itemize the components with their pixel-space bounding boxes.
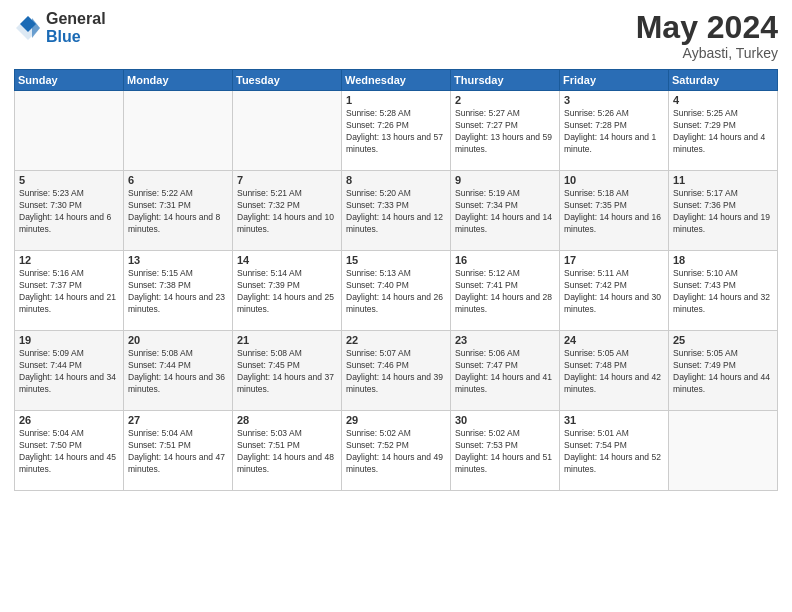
calendar-cell: 2Sunrise: 5:27 AM Sunset: 7:27 PM Daylig…	[451, 91, 560, 171]
day-number: 31	[564, 414, 664, 426]
calendar-cell: 15Sunrise: 5:13 AM Sunset: 7:40 PM Dayli…	[342, 251, 451, 331]
day-info: Sunrise: 5:11 AM Sunset: 7:42 PM Dayligh…	[564, 268, 664, 316]
calendar-cell: 12Sunrise: 5:16 AM Sunset: 7:37 PM Dayli…	[15, 251, 124, 331]
calendar-cell: 30Sunrise: 5:02 AM Sunset: 7:53 PM Dayli…	[451, 411, 560, 491]
calendar-cell: 29Sunrise: 5:02 AM Sunset: 7:52 PM Dayli…	[342, 411, 451, 491]
day-number: 15	[346, 254, 446, 266]
calendar-cell: 3Sunrise: 5:26 AM Sunset: 7:28 PM Daylig…	[560, 91, 669, 171]
logo-text: General Blue	[46, 10, 106, 45]
day-info: Sunrise: 5:08 AM Sunset: 7:44 PM Dayligh…	[128, 348, 228, 396]
day-number: 26	[19, 414, 119, 426]
calendar-week-row: 26Sunrise: 5:04 AM Sunset: 7:50 PM Dayli…	[15, 411, 778, 491]
calendar-cell: 23Sunrise: 5:06 AM Sunset: 7:47 PM Dayli…	[451, 331, 560, 411]
calendar-cell: 8Sunrise: 5:20 AM Sunset: 7:33 PM Daylig…	[342, 171, 451, 251]
day-info: Sunrise: 5:14 AM Sunset: 7:39 PM Dayligh…	[237, 268, 337, 316]
calendar-cell: 4Sunrise: 5:25 AM Sunset: 7:29 PM Daylig…	[669, 91, 778, 171]
day-number: 3	[564, 94, 664, 106]
calendar-header-saturday: Saturday	[669, 70, 778, 91]
logo-blue: Blue	[46, 28, 106, 46]
calendar-cell	[233, 91, 342, 171]
calendar-cell: 5Sunrise: 5:23 AM Sunset: 7:30 PM Daylig…	[15, 171, 124, 251]
day-info: Sunrise: 5:09 AM Sunset: 7:44 PM Dayligh…	[19, 348, 119, 396]
calendar-cell: 7Sunrise: 5:21 AM Sunset: 7:32 PM Daylig…	[233, 171, 342, 251]
calendar-cell: 1Sunrise: 5:28 AM Sunset: 7:26 PM Daylig…	[342, 91, 451, 171]
day-number: 24	[564, 334, 664, 346]
day-number: 11	[673, 174, 773, 186]
day-info: Sunrise: 5:02 AM Sunset: 7:53 PM Dayligh…	[455, 428, 555, 476]
calendar-cell: 26Sunrise: 5:04 AM Sunset: 7:50 PM Dayli…	[15, 411, 124, 491]
day-number: 12	[19, 254, 119, 266]
day-info: Sunrise: 5:15 AM Sunset: 7:38 PM Dayligh…	[128, 268, 228, 316]
day-info: Sunrise: 5:26 AM Sunset: 7:28 PM Dayligh…	[564, 108, 664, 156]
day-info: Sunrise: 5:04 AM Sunset: 7:51 PM Dayligh…	[128, 428, 228, 476]
calendar-cell: 18Sunrise: 5:10 AM Sunset: 7:43 PM Dayli…	[669, 251, 778, 331]
calendar-header-friday: Friday	[560, 70, 669, 91]
calendar-header-wednesday: Wednesday	[342, 70, 451, 91]
day-number: 19	[19, 334, 119, 346]
calendar-header-row: SundayMondayTuesdayWednesdayThursdayFrid…	[15, 70, 778, 91]
day-info: Sunrise: 5:25 AM Sunset: 7:29 PM Dayligh…	[673, 108, 773, 156]
day-info: Sunrise: 5:10 AM Sunset: 7:43 PM Dayligh…	[673, 268, 773, 316]
calendar-cell: 10Sunrise: 5:18 AM Sunset: 7:35 PM Dayli…	[560, 171, 669, 251]
day-info: Sunrise: 5:12 AM Sunset: 7:41 PM Dayligh…	[455, 268, 555, 316]
day-number: 20	[128, 334, 228, 346]
calendar-cell: 13Sunrise: 5:15 AM Sunset: 7:38 PM Dayli…	[124, 251, 233, 331]
day-number: 16	[455, 254, 555, 266]
calendar-week-row: 5Sunrise: 5:23 AM Sunset: 7:30 PM Daylig…	[15, 171, 778, 251]
day-number: 10	[564, 174, 664, 186]
calendar-week-row: 19Sunrise: 5:09 AM Sunset: 7:44 PM Dayli…	[15, 331, 778, 411]
day-number: 13	[128, 254, 228, 266]
day-info: Sunrise: 5:20 AM Sunset: 7:33 PM Dayligh…	[346, 188, 446, 236]
calendar-cell: 31Sunrise: 5:01 AM Sunset: 7:54 PM Dayli…	[560, 411, 669, 491]
logo: General Blue	[14, 10, 106, 45]
day-info: Sunrise: 5:17 AM Sunset: 7:36 PM Dayligh…	[673, 188, 773, 236]
day-info: Sunrise: 5:05 AM Sunset: 7:49 PM Dayligh…	[673, 348, 773, 396]
calendar-cell: 24Sunrise: 5:05 AM Sunset: 7:48 PM Dayli…	[560, 331, 669, 411]
header: General Blue May 2024 Aybasti, Turkey	[14, 10, 778, 61]
calendar-header-monday: Monday	[124, 70, 233, 91]
day-number: 28	[237, 414, 337, 426]
calendar-cell	[669, 411, 778, 491]
calendar-cell: 27Sunrise: 5:04 AM Sunset: 7:51 PM Dayli…	[124, 411, 233, 491]
calendar-cell: 16Sunrise: 5:12 AM Sunset: 7:41 PM Dayli…	[451, 251, 560, 331]
calendar-header-sunday: Sunday	[15, 70, 124, 91]
logo-general: General	[46, 10, 106, 28]
svg-marker-1	[32, 18, 40, 38]
calendar-cell	[124, 91, 233, 171]
calendar-cell: 21Sunrise: 5:08 AM Sunset: 7:45 PM Dayli…	[233, 331, 342, 411]
calendar-cell: 14Sunrise: 5:14 AM Sunset: 7:39 PM Dayli…	[233, 251, 342, 331]
day-info: Sunrise: 5:28 AM Sunset: 7:26 PM Dayligh…	[346, 108, 446, 156]
calendar-cell: 9Sunrise: 5:19 AM Sunset: 7:34 PM Daylig…	[451, 171, 560, 251]
day-number: 5	[19, 174, 119, 186]
calendar-week-row: 12Sunrise: 5:16 AM Sunset: 7:37 PM Dayli…	[15, 251, 778, 331]
day-number: 30	[455, 414, 555, 426]
day-number: 1	[346, 94, 446, 106]
day-number: 29	[346, 414, 446, 426]
day-info: Sunrise: 5:02 AM Sunset: 7:52 PM Dayligh…	[346, 428, 446, 476]
month-title: May 2024	[636, 10, 778, 45]
day-number: 18	[673, 254, 773, 266]
calendar-cell: 25Sunrise: 5:05 AM Sunset: 7:49 PM Dayli…	[669, 331, 778, 411]
calendar-cell: 20Sunrise: 5:08 AM Sunset: 7:44 PM Dayli…	[124, 331, 233, 411]
day-number: 7	[237, 174, 337, 186]
day-number: 17	[564, 254, 664, 266]
day-info: Sunrise: 5:01 AM Sunset: 7:54 PM Dayligh…	[564, 428, 664, 476]
day-info: Sunrise: 5:16 AM Sunset: 7:37 PM Dayligh…	[19, 268, 119, 316]
day-number: 9	[455, 174, 555, 186]
logo-icon	[14, 14, 42, 42]
calendar-table: SundayMondayTuesdayWednesdayThursdayFrid…	[14, 69, 778, 491]
day-number: 8	[346, 174, 446, 186]
day-info: Sunrise: 5:13 AM Sunset: 7:40 PM Dayligh…	[346, 268, 446, 316]
calendar-header-thursday: Thursday	[451, 70, 560, 91]
day-number: 25	[673, 334, 773, 346]
day-info: Sunrise: 5:08 AM Sunset: 7:45 PM Dayligh…	[237, 348, 337, 396]
page: General Blue May 2024 Aybasti, Turkey Su…	[0, 0, 792, 612]
day-info: Sunrise: 5:19 AM Sunset: 7:34 PM Dayligh…	[455, 188, 555, 236]
day-info: Sunrise: 5:18 AM Sunset: 7:35 PM Dayligh…	[564, 188, 664, 236]
calendar-cell	[15, 91, 124, 171]
calendar-cell: 22Sunrise: 5:07 AM Sunset: 7:46 PM Dayli…	[342, 331, 451, 411]
calendar-cell: 11Sunrise: 5:17 AM Sunset: 7:36 PM Dayli…	[669, 171, 778, 251]
day-number: 6	[128, 174, 228, 186]
day-number: 2	[455, 94, 555, 106]
calendar-cell: 19Sunrise: 5:09 AM Sunset: 7:44 PM Dayli…	[15, 331, 124, 411]
